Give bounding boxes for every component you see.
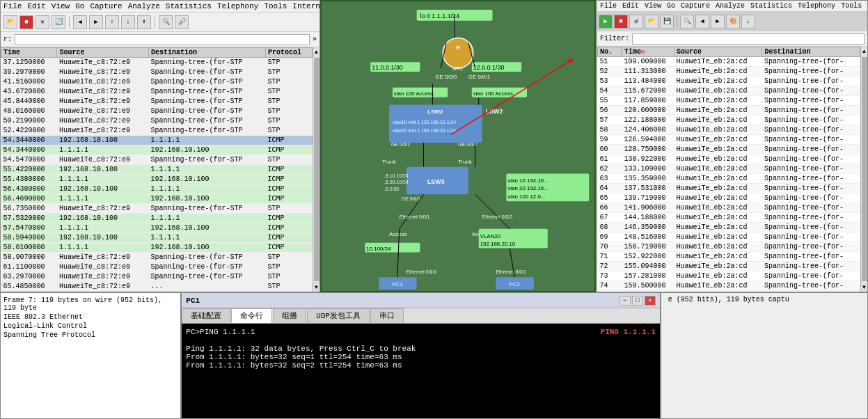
toolbar-zoom[interactable]: 🔎: [175, 15, 189, 29]
table-row[interactable]: 66141.906000HuaweiTe_eb:2a:cdSpanning-tr…: [598, 203, 860, 213]
table-row[interactable]: 60128.750000HuaweiTe_eb:2a:cdSpanning-tr…: [598, 145, 860, 155]
r-scroll-down[interactable]: ▼: [861, 283, 867, 292]
table-row[interactable]: 58124.406000HuaweiTe_eb:2a:cdSpanning-tr…: [598, 125, 860, 135]
menu-statistics[interactable]: Statistics: [166, 2, 212, 10]
table-row[interactable]: 56120.000000HuaweiTe_eb:2a:cdSpanning-tr…: [598, 106, 860, 116]
table-row[interactable]: 48.0160000HuaweiTe_c8:72:e9Spanning-tree…: [1, 106, 313, 116]
table-row[interactable]: 45.8440000HuaweiTe_c8:72:e9Spanning-tree…: [1, 97, 313, 106]
r-toolbar-zoom[interactable]: 🔍: [680, 15, 694, 29]
table-row[interactable]: 55.4220000192.168.10.1001.1.1.1ICMP: [1, 165, 313, 175]
table-row[interactable]: 71152.922000HuaweiTe_eb:2a:cdSpanning-tr…: [598, 252, 860, 262]
filter-arrow[interactable]: »: [313, 35, 317, 43]
r-toolbar-save[interactable]: 💾: [660, 15, 674, 29]
table-row[interactable]: 39.2970000HuaweiTe_c8:72:e9Spanning-tree…: [1, 68, 313, 77]
table-row[interactable]: 41.5160000HuaweiTe_c8:72:e9Spanning-tree…: [1, 77, 313, 87]
table-row[interactable]: 56.4380000192.168.10.1001.1.1.1ICMP: [1, 184, 313, 194]
r-filter-input[interactable]: [632, 33, 865, 45]
r-toolbar-stop[interactable]: ■: [614, 15, 628, 29]
r-col-destination[interactable]: Destination: [762, 47, 860, 57]
table-row[interactable]: 58.5940000192.168.10.1001.1.1.1ICMP: [1, 233, 313, 243]
table-row[interactable]: 65.4850000HuaweiTe_c8:72:e9...STP: [1, 282, 313, 292]
table-row[interactable]: 37.1250000HuaweiTe_c8:72:e9Spanning-tree…: [1, 58, 313, 68]
r-menu-statistics[interactable]: Statistics: [750, 2, 792, 10]
table-row[interactable]: 54115.672000HuaweiTe_eb:2a:cdSpanning-tr…: [598, 86, 860, 96]
r-menu-file[interactable]: File: [600, 2, 617, 10]
toolbar-prev[interactable]: ↑: [105, 15, 119, 29]
menu-telephony[interactable]: Telephony: [217, 2, 258, 10]
table-row[interactable]: 56.46900001.1.1.1192.168.10.100ICMP: [1, 194, 313, 204]
toolbar-save[interactable]: ■: [19, 15, 33, 29]
r-scroll-thumb[interactable]: [862, 57, 867, 281]
menu-tools[interactable]: Tools: [264, 2, 287, 10]
toolbar-close[interactable]: ✕: [35, 15, 49, 29]
r-menu-analyze[interactable]: Analyze: [716, 2, 745, 10]
table-row[interactable]: 57122.188000HuaweiTe_eb:2a:cdSpanning-tr…: [598, 116, 860, 125]
r-menu-view[interactable]: View: [645, 2, 661, 10]
table-row[interactable]: 62133.109000HuaweiTe_eb:2a:cdSpanning-tr…: [598, 164, 860, 174]
r-col-source[interactable]: Source: [674, 47, 762, 57]
table-row[interactable]: 52.4220000HuaweiTe_c8:72:e9Spanning-tree…: [1, 126, 313, 136]
table-row[interactable]: 56.7350000HuaweiTe_c8:72:e9Spanning-tree…: [1, 204, 313, 214]
r-toolbar-restart[interactable]: ↺: [629, 15, 643, 29]
r-toolbar-export[interactable]: ↓: [741, 15, 755, 29]
pc1-minimize[interactable]: −: [620, 296, 631, 306]
toolbar-next[interactable]: ↓: [121, 15, 135, 29]
r-col-time[interactable]: Time⚙: [622, 47, 674, 57]
menu-file[interactable]: File: [3, 2, 22, 10]
scroll-down[interactable]: ▼: [313, 283, 319, 292]
table-row[interactable]: 57.5320000192.168.10.1001.1.1.1ICMP: [1, 214, 313, 223]
tab-serial[interactable]: 串口: [370, 308, 404, 323]
left-scrollbar[interactable]: ▲ ▼: [313, 47, 319, 292]
col-destination[interactable]: Destination: [148, 48, 265, 58]
table-row[interactable]: 51109.009000HuaweiTe_eb:2a:cdSpanning-tr…: [598, 57, 860, 67]
r-menu-go[interactable]: Go: [667, 2, 675, 10]
table-row[interactable]: 54.3440000192.168.10.1001.1.1.1ICMP: [1, 136, 313, 145]
col-protocol[interactable]: Protocol: [265, 48, 312, 58]
table-row[interactable]: 63135.359000HuaweiTe_eb:2a:cdSpanning-tr…: [598, 174, 860, 184]
filter-input[interactable]: [15, 34, 310, 45]
table-row[interactable]: 43.6720000HuaweiTe_c8:72:e9Spanning-tree…: [1, 87, 313, 97]
table-row[interactable]: 55117.859000HuaweiTe_eb:2a:cdSpanning-tr…: [598, 96, 860, 106]
scroll-up[interactable]: ▲: [313, 47, 319, 56]
table-row[interactable]: 58.9070000HuaweiTe_c8:72:e9Spanning-tree…: [1, 253, 313, 262]
tab-basic-config[interactable]: 基础配置: [182, 308, 230, 323]
r-col-no[interactable]: No.: [598, 47, 622, 57]
table-row[interactable]: 69148.516000HuaweiTe_eb:2a:cdSpanning-tr…: [598, 232, 860, 242]
menu-capture[interactable]: Capture: [90, 2, 122, 10]
r-menu-telephony[interactable]: Telephony: [798, 2, 835, 10]
pc1-close[interactable]: ✕: [645, 296, 656, 306]
r-toolbar-color[interactable]: 🎨: [726, 15, 740, 29]
table-row[interactable]: 70150.719000HuaweiTe_eb:2a:cdSpanning-tr…: [598, 242, 860, 252]
table-row[interactable]: 50.2190000HuaweiTe_c8:72:e9Spanning-tree…: [1, 116, 313, 126]
right-scrollbar[interactable]: ▲ ▼: [860, 47, 867, 292]
r-scroll-up[interactable]: ▲: [861, 47, 867, 56]
menu-go[interactable]: Go: [75, 2, 84, 10]
toolbar-open[interactable]: 📂: [3, 15, 17, 29]
table-row[interactable]: 58.61000001.1.1.1192.168.10.100ICMP: [1, 243, 313, 253]
table-row[interactable]: 61130.922000HuaweiTe_eb:2a:cdSpanning-tr…: [598, 155, 860, 164]
tab-command-line[interactable]: 命令行: [231, 308, 272, 323]
toolbar-back[interactable]: ◀: [73, 15, 87, 29]
toolbar-fwd[interactable]: ▶: [89, 15, 103, 29]
r-menu-tools[interactable]: Tools: [841, 2, 862, 10]
menu-edit[interactable]: Edit: [27, 2, 45, 10]
menu-view[interactable]: View: [52, 2, 70, 10]
table-row[interactable]: 65139.719000HuaweiTe_eb:2a:cdSpanning-tr…: [598, 193, 860, 203]
r-toolbar-back[interactable]: ◀: [695, 15, 709, 29]
table-row[interactable]: 61.1100000HuaweiTe_c8:72:e9Spanning-tree…: [1, 262, 313, 272]
table-row[interactable]: 72155.094000HuaweiTe_eb:2a:cdSpanning-tr…: [598, 262, 860, 271]
toolbar-up[interactable]: ⬆: [137, 15, 151, 29]
table-row[interactable]: 74159.500000HuaweiTe_eb:2a:cdSpanning-tr…: [598, 281, 860, 291]
col-time[interactable]: Time: [1, 48, 57, 58]
table-row[interactable]: 54.34400001.1.1.1192.168.10.100ICMP: [1, 145, 313, 155]
r-toolbar-fwd[interactable]: ▶: [711, 15, 725, 29]
table-row[interactable]: 63.2970000HuaweiTe_c8:72:e9Spanning-tree…: [1, 272, 313, 282]
table-row[interactable]: 55.43800001.1.1.1192.168.10.100ICMP: [1, 175, 313, 184]
toolbar-filter[interactable]: 🔍: [159, 15, 173, 29]
pc1-maximize[interactable]: □: [632, 296, 643, 306]
col-source[interactable]: Source: [57, 48, 149, 58]
pc1-terminal[interactable]: PC>PING 1.1.1.1 PING 1.1.1.1 Ping 1.1.1.…: [182, 324, 659, 418]
menu-analyze[interactable]: Analyze: [128, 2, 160, 10]
scroll-thumb[interactable]: [314, 58, 319, 281]
table-row[interactable]: 57.54700001.1.1.1192.168.10.100ICMP: [1, 223, 313, 233]
